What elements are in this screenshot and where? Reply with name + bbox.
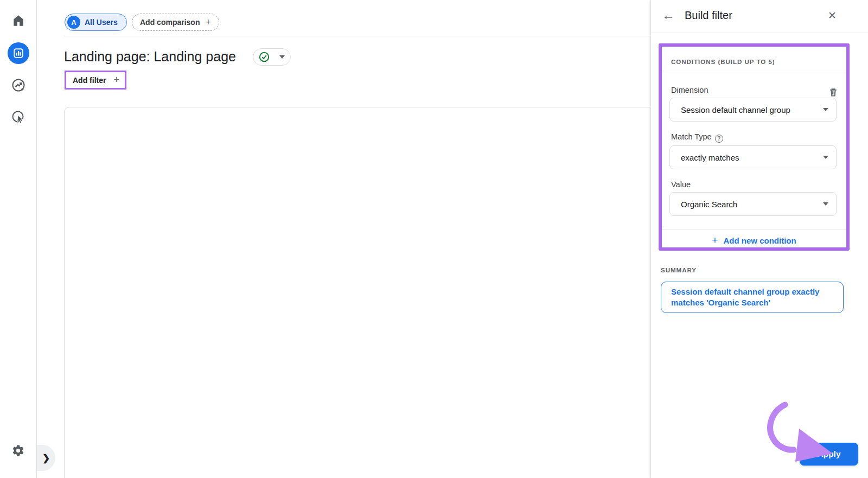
report-validity-pill[interactable]: [253, 48, 291, 66]
value-label: Value: [671, 180, 691, 189]
chevron-down-icon: [279, 55, 285, 59]
reports-nav-active[interactable]: [8, 42, 29, 64]
divider: [662, 229, 846, 230]
divider: [651, 33, 868, 33]
divider: [64, 36, 650, 36]
plus-icon: +: [205, 17, 211, 28]
chevron-down-icon: [823, 202, 828, 206]
add-comparison-button[interactable]: Add comparison +: [132, 14, 219, 31]
chevron-down-icon: [823, 156, 828, 159]
advertising-cursor-icon[interactable]: [11, 110, 26, 125]
plus-icon: +: [113, 74, 119, 86]
trash-icon[interactable]: [828, 87, 839, 98]
chevron-down-icon: [823, 108, 828, 111]
filter-summary-chip[interactable]: Session default channel group exactly ma…: [661, 282, 844, 313]
match-type-label: Match Type?: [671, 132, 723, 143]
left-nav: [0, 0, 37, 478]
audience-chip-label: All Users: [85, 18, 118, 27]
dimension-select[interactable]: Session default channel group: [669, 98, 837, 122]
audience-chip-all-users[interactable]: A All Users: [65, 14, 127, 31]
match-type-select[interactable]: exactly matches: [669, 145, 837, 169]
page-title: Landing page: Landing page: [64, 49, 236, 65]
home-icon[interactable]: [11, 13, 26, 28]
add-comparison-label: Add comparison: [140, 18, 200, 27]
summary-header: SUMMARY: [661, 267, 697, 273]
divider: [662, 73, 846, 73]
add-new-condition-button[interactable]: +Add new condition: [662, 234, 846, 246]
bar-chart-icon: [12, 47, 24, 59]
add-filter-label: Add filter: [73, 76, 106, 85]
value-select[interactable]: Organic Search: [669, 192, 837, 216]
gear-icon[interactable]: [11, 443, 26, 458]
apply-button[interactable]: Apply: [800, 443, 858, 466]
check-circle-icon: [259, 52, 270, 62]
dimension-label: Dimension: [671, 86, 709, 94]
add-filter-button-highlighted[interactable]: Add filter +: [65, 71, 126, 90]
help-icon[interactable]: ?: [715, 135, 723, 143]
audience-badge: A: [67, 16, 80, 29]
panel-title: Build filter: [685, 9, 732, 22]
ga4-report-page: ❯ A All Users Add comparison + Landing p…: [0, 0, 868, 478]
plus-icon: +: [712, 234, 718, 246]
build-filter-panel: ← Build filter ✕ CONDITIONS (BUILD UP TO…: [650, 0, 868, 478]
explore-trend-icon[interactable]: [11, 78, 26, 93]
conditions-header: CONDITIONS (BUILD UP TO 5): [671, 59, 775, 65]
back-arrow-icon[interactable]: ←: [662, 8, 675, 23]
close-icon[interactable]: ✕: [828, 9, 837, 22]
chevron-right-icon: ❯: [42, 452, 50, 464]
conditions-section-highlighted: CONDITIONS (BUILD UP TO 5) Dimension Ses…: [659, 43, 850, 251]
expand-nav-button[interactable]: ❯: [37, 445, 55, 471]
